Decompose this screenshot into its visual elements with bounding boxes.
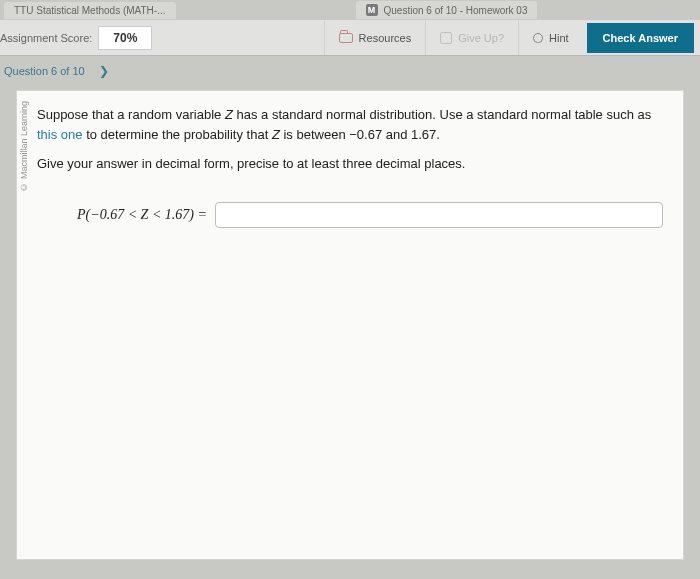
question-nav: Question 6 of 10 ❯ <box>0 56 700 86</box>
question-counter: Question 6 of 10 <box>4 65 85 77</box>
browser-tab-right[interactable]: M Question 6 of 10 - Homework 03 <box>356 1 538 19</box>
question-content: © Macmillan Learning Suppose that a rand… <box>16 90 684 560</box>
resources-label: Resources <box>359 32 412 44</box>
score-value: 70% <box>98 26 152 50</box>
giveup-icon <box>440 32 452 44</box>
give-up-label: Give Up? <box>458 32 504 44</box>
score-label: Assignment Score: <box>0 32 98 44</box>
lightbulb-icon <box>533 33 543 43</box>
question-paragraph-1: Suppose that a random variable Z has a s… <box>37 105 663 144</box>
browser-tabbar: TTU Statistical Methods (MATH-... M Ques… <box>0 0 700 20</box>
check-answer-button[interactable]: Check Answer <box>587 23 694 53</box>
resources-button[interactable]: Resources <box>324 21 426 55</box>
tab-title: Question 6 of 10 - Homework 03 <box>384 5 528 16</box>
answer-input[interactable] <box>215 202 663 228</box>
normal-table-link[interactable]: this one <box>37 127 83 142</box>
folder-icon <box>339 33 353 43</box>
next-question-chevron[interactable]: ❯ <box>99 64 109 78</box>
hint-button[interactable]: Hint <box>518 21 583 55</box>
hint-label: Hint <box>549 32 569 44</box>
question-body: Suppose that a random variable Z has a s… <box>31 91 683 559</box>
macmillan-icon: M <box>366 4 378 16</box>
score-display: Assignment Score: 70% <box>0 26 152 50</box>
answer-row: P(−0.67 < Z < 1.67) = <box>37 202 663 228</box>
answer-label: P(−0.67 < Z < 1.67) = <box>77 204 207 225</box>
assignment-toolbar: Assignment Score: 70% Resources Give Up?… <box>0 20 700 56</box>
copyright-text: © Macmillan Learning <box>17 91 31 202</box>
browser-tab-left[interactable]: TTU Statistical Methods (MATH-... <box>4 2 176 19</box>
give-up-button: Give Up? <box>425 21 518 55</box>
question-paragraph-2: Give your answer in decimal form, precis… <box>37 154 663 174</box>
